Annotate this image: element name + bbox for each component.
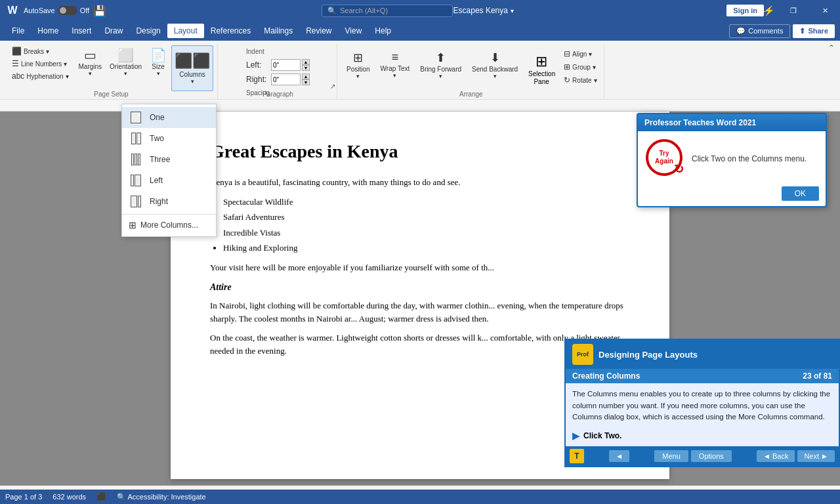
maximize-button[interactable]: ❐ bbox=[778, 0, 808, 21]
page-setup-label: Page Setup bbox=[94, 91, 128, 98]
indent-left-input[interactable] bbox=[271, 59, 301, 71]
position-button[interactable]: ⊞ Position ▾ bbox=[343, 48, 374, 82]
tutorial-message: Click Two on the Columns menu. bbox=[692, 154, 807, 165]
more-columns-option[interactable]: ⊞ More Columns... bbox=[122, 217, 216, 234]
column-right-option[interactable]: Right bbox=[122, 191, 216, 212]
doc-attire-heading: Attire bbox=[210, 280, 630, 294]
status-bar: Page 1 of 3 632 words ⬛ 🔍 Accessibility:… bbox=[0, 490, 840, 504]
position-arrow: ▾ bbox=[356, 73, 360, 79]
tutorial-bottom-panel: Prof Designing Page Layouts Creating Col… bbox=[564, 339, 840, 467]
menu-bar: File Home Insert Draw Design Layout Refe… bbox=[0, 21, 840, 41]
paragraph-dialog-launcher[interactable]: ↗ bbox=[330, 83, 335, 90]
accessibility-info: 🔍 Accessibility: Investigate bbox=[117, 493, 206, 501]
column-three-option[interactable]: Three bbox=[122, 149, 216, 170]
align-button[interactable]: ⊟ Align ▾ bbox=[561, 48, 599, 60]
rotate-arrow: ▾ bbox=[594, 77, 597, 84]
indent-right-up[interactable]: ▲ bbox=[302, 74, 310, 79]
indent-left-spinner[interactable]: ▲ ▼ bbox=[302, 59, 310, 71]
ribbon-group-paragraph: Indent Left: ▲ ▼ Right: ▲ ▼ Spacing Befo… bbox=[219, 44, 337, 99]
save-icon[interactable]: 💾 bbox=[93, 5, 106, 17]
menu-file[interactable]: File bbox=[5, 24, 31, 38]
menu-review[interactable]: Review bbox=[299, 24, 338, 38]
menu-references[interactable]: References bbox=[204, 24, 257, 38]
menu-insert[interactable]: Insert bbox=[65, 24, 98, 38]
bring-forward-button[interactable]: ⬆ Bring Forward ▾ bbox=[416, 48, 465, 82]
options-button[interactable]: Options bbox=[691, 450, 732, 462]
indent-left-up[interactable]: ▲ bbox=[302, 59, 310, 65]
menu-help[interactable]: Help bbox=[368, 24, 398, 38]
ribbon: ⬛ Breaks ▾ ☰ Line Numbers ▾ abc Hyphenat… bbox=[0, 41, 840, 100]
comment-icon: 💬 bbox=[736, 27, 746, 35]
line-numbers-arrow: ▾ bbox=[64, 60, 67, 68]
word-count: 632 words bbox=[52, 493, 86, 501]
indent-left-label: Left: bbox=[246, 60, 270, 70]
menu-view[interactable]: View bbox=[339, 24, 369, 38]
indent-left-down[interactable]: ▼ bbox=[302, 65, 310, 71]
menu-home[interactable]: Home bbox=[31, 24, 65, 38]
collapse-ribbon-button[interactable]: ⌃ bbox=[828, 43, 835, 52]
share-button[interactable]: ⬆ Share bbox=[793, 24, 835, 38]
selection-pane-button[interactable]: ⊞ Selection Pane bbox=[524, 48, 558, 91]
list-item: Hiking and Exploring bbox=[223, 242, 630, 255]
chevron-down-icon[interactable]: ▾ bbox=[511, 7, 514, 14]
indent-right-row: Right: ▲ ▼ bbox=[246, 74, 310, 85]
indent-left-row: Left: ▲ ▼ bbox=[246, 59, 310, 71]
close-button[interactable]: ✕ bbox=[810, 0, 840, 21]
orientation-arrow: ▾ bbox=[124, 70, 127, 77]
list-item: Incredible Vistas bbox=[223, 226, 630, 240]
minimize-button[interactable]: — bbox=[747, 0, 777, 21]
columns-icon: ⬛⬛ bbox=[175, 52, 210, 70]
group-button[interactable]: ⊞ Group ▾ bbox=[561, 61, 599, 73]
hyphenation-arrow: ▾ bbox=[66, 73, 69, 80]
menu-button[interactable]: Menu bbox=[654, 450, 688, 462]
tutorial-ok-button[interactable]: OK bbox=[782, 186, 819, 201]
next-button[interactable]: Next ► bbox=[797, 450, 835, 462]
orientation-icon: ⬜ bbox=[117, 49, 134, 62]
page-info: Page 1 of 3 bbox=[5, 493, 42, 501]
breaks-icon: ⬛ bbox=[12, 47, 22, 56]
column-two-option[interactable]: Two bbox=[122, 128, 216, 149]
margins-button[interactable]: ▭ Margins ▾ bbox=[75, 45, 106, 89]
try-again-badge: TryAgain ↻ bbox=[646, 139, 685, 178]
wrap-text-arrow: ▾ bbox=[393, 72, 396, 79]
autosave-area: AutoSave Off bbox=[24, 6, 89, 15]
selection-pane-icon: ⊞ bbox=[536, 53, 547, 70]
size-button[interactable]: 📄 Size ▾ bbox=[146, 45, 170, 89]
tutorial-nav: T ◄ Menu Options ◄ Back Next ► bbox=[566, 446, 839, 466]
back-button[interactable]: ◄ Back bbox=[757, 450, 795, 462]
columns-button[interactable]: ⬛⬛ Columns ▾ bbox=[171, 45, 213, 91]
autosave-toggle[interactable] bbox=[58, 6, 77, 15]
send-backward-button[interactable]: ⬇ Send Backward ▾ bbox=[468, 48, 522, 82]
bring-forward-icon: ⬆ bbox=[436, 51, 446, 65]
indent-right-spinner[interactable]: ▲ ▼ bbox=[302, 74, 310, 85]
orientation-button[interactable]: ⬜ Orientation ▾ bbox=[106, 45, 145, 89]
column-two-icon bbox=[129, 131, 143, 146]
more-cols-icon: ⊞ bbox=[129, 220, 136, 230]
app-icon: W bbox=[5, 3, 20, 18]
layout-icon[interactable]: ⬛ bbox=[96, 492, 106, 501]
line-numbers-button[interactable]: ☰ Line Numbers ▾ bbox=[9, 58, 72, 70]
column-one-option[interactable]: One bbox=[122, 107, 216, 128]
doc-visit: Your visit here will be more enjoyable i… bbox=[210, 261, 630, 274]
column-left-option[interactable]: Left bbox=[122, 170, 216, 191]
indent-right-down[interactable]: ▼ bbox=[302, 79, 310, 85]
menu-layout[interactable]: Layout bbox=[167, 24, 204, 38]
menu-draw[interactable]: Draw bbox=[98, 24, 129, 38]
menu-design[interactable]: Design bbox=[129, 24, 167, 38]
search-box[interactable]: 🔍 Search (Alt+Q) bbox=[322, 5, 453, 17]
comments-button[interactable]: 💬 Comments bbox=[729, 24, 790, 38]
margins-arrow: ▾ bbox=[89, 70, 92, 77]
menu-mailings[interactable]: Mailings bbox=[257, 24, 299, 38]
hyphenation-button[interactable]: abc Hyphenation ▾ bbox=[9, 70, 72, 82]
tutorial-popup-header: Professor Teaches Word 2021 bbox=[638, 114, 826, 131]
group-arrow: ▾ bbox=[593, 64, 596, 71]
breaks-button[interactable]: ⬛ Breaks ▾ bbox=[9, 45, 72, 57]
hyphenation-icon: abc bbox=[12, 72, 24, 81]
professor-logo: Prof bbox=[572, 344, 593, 365]
tutorial-section-header: Creating Columns 23 of 81 bbox=[566, 369, 839, 383]
wrap-text-button[interactable]: ≡ Wrap Text ▾ bbox=[377, 48, 414, 81]
nav-back-button[interactable]: ◄ bbox=[609, 450, 629, 462]
try-again-circle: TryAgain ↻ bbox=[646, 139, 682, 176]
rotate-button[interactable]: ↻ Rotate ▾ bbox=[561, 74, 599, 86]
indent-right-input[interactable] bbox=[271, 74, 301, 85]
